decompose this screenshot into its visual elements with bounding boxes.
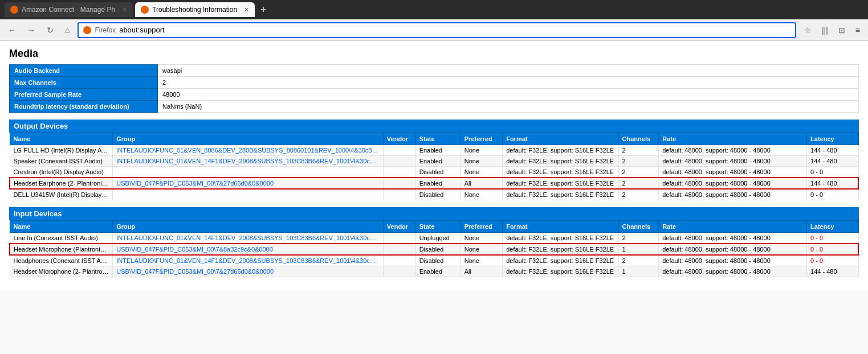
device-rate: default: 48000, support: 48000 - 48000: [659, 189, 807, 200]
device-channels: 2: [618, 145, 659, 156]
device-latency: 144 - 480: [807, 145, 858, 156]
device-state: Disabled: [415, 255, 461, 266]
input-device-row: Line In (Conexant ISST Audio) INTELAUDIO…: [10, 233, 858, 244]
device-name: Headset Earphone (2- Plantronics Blackwi…: [10, 178, 113, 189]
col-channels-input: Channels: [618, 221, 659, 233]
input-devices-table: Name Group Vendor State Preferred Format…: [9, 220, 859, 277]
device-preferred: None: [461, 255, 502, 266]
media-key: Preferred Sample Rate: [10, 89, 158, 101]
tab-icon-troubleshooting: [141, 6, 149, 14]
media-info-row: Audio Backendwasapi: [10, 65, 859, 77]
col-name-output: Name: [10, 133, 113, 145]
device-channels: 2: [618, 189, 659, 200]
device-latency: 0 - 0: [807, 189, 858, 200]
device-state: Enabled: [415, 156, 461, 167]
media-info-row: Preferred Sample Rate48000: [10, 89, 859, 101]
media-key: Max Channels: [10, 77, 158, 89]
device-group: [113, 189, 384, 200]
col-format-output: Format: [503, 133, 618, 145]
tab-icon-amazon: [10, 6, 18, 14]
col-state-input: State: [415, 221, 461, 233]
device-format: default: F32LE, support: S16LE F32LE: [503, 167, 618, 178]
device-group: INTELAUDIO\FUNC_01&VEN_8086&DEV_280B&SUB…: [113, 145, 384, 156]
address-bar[interactable]: Firefox about:support: [78, 22, 796, 38]
tab-troubleshooting[interactable]: Troubleshooting Information ✕: [135, 2, 255, 17]
device-channels: 2: [618, 233, 659, 244]
col-preferred-input: Preferred: [461, 221, 502, 233]
col-state-output: State: [415, 133, 461, 145]
output-devices-header-row: Name Group Vendor State Preferred Format…: [10, 133, 858, 145]
device-format: default: F32LE, support: S16LE F32LE: [503, 266, 618, 277]
home-button[interactable]: ⌂: [62, 23, 73, 37]
browser-toolbar: ← → ↻ ⌂ Firefox about:support ☆ ||| ⊡ ≡: [0, 19, 868, 41]
device-vendor: [383, 233, 415, 244]
device-rate: default: 48000, support: 48000 - 48000: [659, 244, 807, 255]
device-vendor: [383, 244, 415, 255]
tab-amazon-connect[interactable]: Amazon Connect - Manage Ph ✕: [5, 2, 133, 17]
col-group-output: Group: [113, 133, 384, 145]
device-latency: 144 - 480: [807, 266, 858, 277]
output-device-row: Crestron (Intel(R) Display Audio) Disabl…: [10, 167, 858, 178]
page-content: Media Audio BackendwasapiMax Channels2Pr…: [0, 41, 868, 291]
tab-label-troubleshooting: Troubleshooting Information: [152, 6, 237, 14]
device-format: default: F32LE, support: S16LE F32LE: [503, 189, 618, 200]
toolbar-menu3-button[interactable]: ≡: [852, 23, 863, 37]
device-preferred: None: [461, 244, 502, 255]
media-value: wasapi: [158, 65, 859, 77]
media-value: NaNms (NaN): [158, 101, 859, 113]
device-preferred: None: [461, 167, 502, 178]
device-channels: 2: [618, 178, 659, 189]
media-key: Audio Backend: [10, 65, 158, 77]
col-preferred-output: Preferred: [461, 133, 502, 145]
device-name: LG FULL HD (Intel(R) Display Audio): [10, 145, 113, 156]
add-tab-button[interactable]: +: [257, 4, 270, 16]
device-group: USB\VID_047F&PID_C053&MI_00\7&27d65d0&0&…: [113, 178, 384, 189]
col-name-input: Name: [10, 221, 113, 233]
media-info-row: Max Channels2: [10, 77, 859, 89]
device-latency: 144 - 480: [807, 178, 858, 189]
device-name: Headphones (Conexant ISST Audio): [10, 255, 113, 266]
device-group: [113, 167, 384, 178]
tab-close-amazon[interactable]: ✕: [122, 6, 127, 14]
address-bar-url[interactable]: about:support: [119, 26, 790, 34]
device-format: default: F32LE, support: S16LE F32LE: [503, 178, 618, 189]
device-name: Headset Microphone (Plantronics Blackwir…: [10, 244, 113, 255]
media-info-row: Roundtrip latency (standard deviation)Na…: [10, 101, 859, 113]
device-group: INTELAUDIO\FUNC_01&VEN_14F1&DEV_2008&SUB…: [113, 255, 384, 266]
device-name: DELL U3415W (Intel(R) Display Audio): [10, 189, 113, 200]
device-channels: 1: [618, 266, 659, 277]
device-vendor: [383, 266, 415, 277]
device-preferred: All: [461, 178, 502, 189]
input-device-row: Headset Microphone (Plantronics Blackwir…: [10, 244, 858, 255]
back-button[interactable]: ←: [5, 23, 19, 37]
device-format: default: F32LE, support: S16LE F32LE: [503, 156, 618, 167]
device-state: Disabled: [415, 167, 461, 178]
input-devices-header: Input Devices: [9, 207, 859, 220]
col-channels-output: Channels: [618, 133, 659, 145]
output-devices-header: Output Devices: [9, 120, 859, 133]
device-channels: 2: [618, 156, 659, 167]
bookmark-button[interactable]: ☆: [801, 23, 815, 37]
tab-close-troubleshooting[interactable]: ✕: [244, 6, 249, 14]
device-latency: 0 - 0: [807, 255, 858, 266]
device-channels: 1: [618, 244, 659, 255]
output-devices-table: Name Group Vendor State Preferred Format…: [9, 133, 859, 200]
output-device-row: Headset Earphone (2- Plantronics Blackwi…: [10, 178, 858, 189]
firefox-icon: [83, 26, 91, 34]
device-state: Disabled: [415, 189, 461, 200]
device-group: USB\VID_047F&PID_C053&MI_00\7&27d65d0&0&…: [113, 266, 384, 277]
toolbar-menu2-button[interactable]: ⊡: [835, 23, 849, 37]
device-preferred: None: [461, 145, 502, 156]
col-rate-input: Rate: [659, 221, 807, 233]
toolbar-right: ☆ ||| ⊡ ≡: [801, 23, 863, 37]
device-rate: default: 48000, support: 48000 - 48000: [659, 233, 807, 244]
device-preferred: None: [461, 156, 502, 167]
section-title: Media: [9, 48, 859, 60]
device-name: Speaker (Conexant ISST Audio): [10, 156, 113, 167]
address-bar-label: Firefox: [95, 26, 116, 34]
col-format-input: Format: [503, 221, 618, 233]
toolbar-menu1-button[interactable]: |||: [818, 23, 832, 37]
reload-button[interactable]: ↻: [43, 23, 57, 37]
forward-button[interactable]: →: [24, 23, 39, 37]
device-preferred: None: [461, 233, 502, 244]
